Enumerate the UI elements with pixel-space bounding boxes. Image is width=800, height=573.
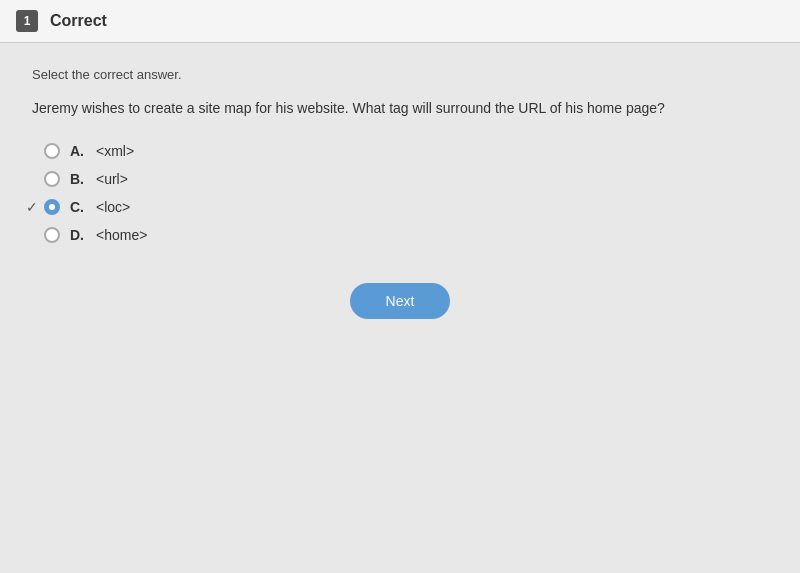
option-letter-0: A.	[70, 143, 86, 159]
instruction-text: Select the correct answer.	[32, 67, 768, 82]
header: 1 Correct	[0, 0, 800, 43]
next-button-container: Next	[32, 283, 768, 319]
option-text-1: <url>	[96, 171, 128, 187]
option-text-0: <xml>	[96, 143, 134, 159]
option-text-3: <home>	[96, 227, 147, 243]
header-title: Correct	[50, 12, 107, 30]
option-letter-3: D.	[70, 227, 86, 243]
question-number: 1	[16, 10, 38, 32]
radio-c[interactable]	[44, 199, 60, 215]
option-item-d[interactable]: D.<home>	[44, 227, 768, 243]
next-button[interactable]: Next	[350, 283, 451, 319]
options-list: A.<xml>B.<url>✓C.<loc>D.<home>	[44, 143, 768, 243]
radio-b[interactable]	[44, 171, 60, 187]
question-text: Jeremy wishes to create a site map for h…	[32, 98, 768, 119]
page-container: 1 Correct Select the correct answer. Jer…	[0, 0, 800, 573]
option-letter-1: B.	[70, 171, 86, 187]
option-letter-2: C.	[70, 199, 86, 215]
radio-a[interactable]	[44, 143, 60, 159]
correct-checkmark: ✓	[26, 199, 38, 215]
content-area: Select the correct answer. Jeremy wishes…	[0, 43, 800, 573]
option-item-a[interactable]: A.<xml>	[44, 143, 768, 159]
radio-d[interactable]	[44, 227, 60, 243]
option-item-b[interactable]: B.<url>	[44, 171, 768, 187]
option-item-c[interactable]: ✓C.<loc>	[44, 199, 768, 215]
option-text-2: <loc>	[96, 199, 130, 215]
